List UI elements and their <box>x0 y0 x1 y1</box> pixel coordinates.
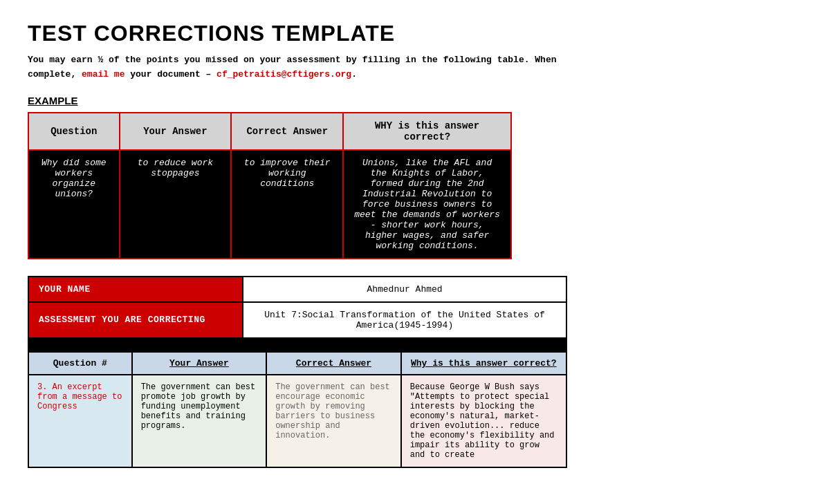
assessment-label: ASSESSMENT YOU ARE CORRECTING <box>28 302 243 338</box>
page-title: TEST CORRECTIONS TEMPLATE <box>28 21 802 46</box>
example-col-correct-answer: Correct Answer <box>231 113 343 150</box>
why-correct-cell: Because George W Bush says "Attempts to … <box>401 375 566 467</box>
intro-text-2: complete, <box>28 69 76 80</box>
your-answer-cell: The government can best promote job grow… <box>132 375 267 467</box>
email-address-link[interactable]: cf_petraitis@cftigers.org <box>216 69 351 80</box>
assessment-value: Unit 7:Social Transformation of the Unit… <box>243 302 566 338</box>
table-row: 3. An excerpt from a message to Congress… <box>28 375 566 467</box>
student-info-table: YOUR NAME Ahmednur Ahmed ASSESSMENT YOU … <box>28 276 567 339</box>
col-header-correct-answer: Correct Answer <box>266 352 401 375</box>
question-number-cell: 3. An excerpt from a message to Congress <box>28 375 132 467</box>
col-header-why: Why is this answer correct? <box>401 352 566 375</box>
example-correct-answer-cell: to improve their working conditions <box>231 150 343 259</box>
example-col-why: WHY is this answer correct? <box>343 113 511 150</box>
col-header-your-answer: Your Answer <box>132 352 267 375</box>
name-value: Ahmednur Ahmed <box>243 277 566 302</box>
example-table: Question Your Answer Correct Answer WHY … <box>28 112 512 259</box>
col-header-question: Question # <box>28 352 132 375</box>
email-me-link[interactable]: email me <box>82 69 124 80</box>
example-col-question: Question <box>28 113 120 150</box>
intro-period: . <box>351 69 357 80</box>
intro-text-3: your document – <box>130 69 211 80</box>
black-divider <box>28 339 567 351</box>
example-question-cell: Why did some workers organize unions? <box>28 150 120 259</box>
intro-text-1: You may earn ½ of the points you missed … <box>28 55 557 65</box>
corrections-table: Question # Your Answer Correct Answer Wh… <box>28 351 567 468</box>
example-section-label: EXAMPLE <box>28 95 802 106</box>
intro-paragraph: You may earn ½ of the points you missed … <box>28 53 802 82</box>
correct-answer-cell: The government can best encourage econom… <box>266 375 401 467</box>
name-label: YOUR NAME <box>28 277 243 302</box>
example-your-answer-cell: to reduce work stoppages <box>120 150 232 259</box>
example-col-your-answer: Your Answer <box>120 113 232 150</box>
example-why-cell: Unions, like the AFL and the Knights of … <box>343 150 511 259</box>
